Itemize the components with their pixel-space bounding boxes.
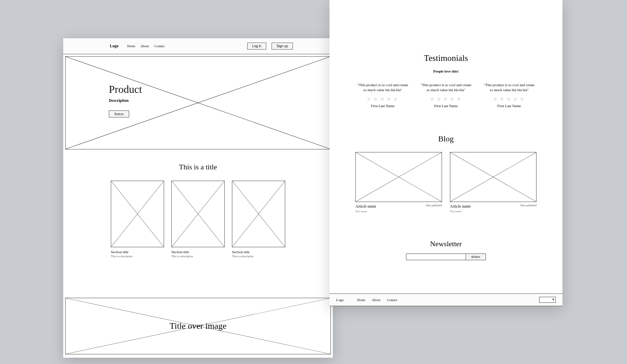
- hero-image-placeholder: Product Description Button: [65, 56, 331, 149]
- features-section: This is a title Section title This is a …: [63, 149, 333, 274]
- nav-link-contact[interactable]: Contact: [154, 44, 164, 48]
- feature-card: Section title This is a description: [232, 181, 285, 258]
- card-description: This is a description: [232, 255, 285, 258]
- hero-button[interactable]: Button: [109, 110, 129, 117]
- footer-dropdown[interactable]: [539, 297, 556, 303]
- testimonial-item: "This product is so cool and create so m…: [356, 83, 409, 108]
- wireframe-page-1: Logo Home About Contact Log in Sign up P…: [63, 38, 333, 358]
- testimonial-quote: "This product is so cool and create so m…: [483, 83, 536, 93]
- testimonial-quote: "This product is so cool and create so m…: [419, 83, 473, 93]
- text-teaser: Text teaser: [355, 210, 442, 213]
- article-name: Article name: [450, 204, 471, 209]
- footer-link-about[interactable]: About: [372, 298, 380, 302]
- blog-section: Blog Article name Date published Text te…: [329, 118, 562, 223]
- image-placeholder: [232, 181, 285, 247]
- nav-link-about[interactable]: About: [140, 44, 149, 48]
- feature-card: Section title This is a description: [111, 181, 164, 258]
- section-title: This is a title: [110, 163, 286, 171]
- testimonial-item: "This product is so cool and create so m…: [419, 83, 473, 108]
- card-title: Section title: [111, 250, 164, 254]
- card-description: This is a description: [111, 255, 164, 258]
- logo: Logo: [110, 44, 118, 49]
- signup-button[interactable]: Sign up: [272, 43, 293, 50]
- image-placeholder: [171, 181, 225, 247]
- login-button[interactable]: Log in: [247, 43, 266, 50]
- banner-image-placeholder: Title over image: [65, 298, 331, 354]
- card-title: Section title: [232, 250, 285, 254]
- image-placeholder: [355, 152, 442, 202]
- blog-title: Blog: [339, 134, 552, 143]
- card-title: Section title: [171, 250, 225, 254]
- footer-link-home[interactable]: Home: [357, 298, 365, 302]
- footer: Logo Home About Contact: [329, 293, 562, 306]
- footer-logo: Logo: [336, 298, 344, 302]
- feature-card: Section title This is a description: [171, 181, 225, 258]
- footer-link-contact[interactable]: Contact: [387, 298, 397, 302]
- newsletter-input[interactable]: [406, 254, 466, 260]
- date-published: Date published: [426, 204, 442, 209]
- testimonial-name: First Last Name: [356, 104, 409, 108]
- testimonial-name: First Last Name: [419, 104, 473, 108]
- blog-item[interactable]: Article name Date published Text teaser: [355, 152, 442, 213]
- star-rating-icon: ☆ ☆ ☆ ☆ ☆: [419, 97, 473, 102]
- hero-title: Product: [109, 83, 142, 95]
- top-nav: Logo Home About Contact Log in Sign up: [63, 38, 333, 54]
- banner-title: Title over image: [66, 298, 330, 354]
- date-published: Date published: [521, 204, 536, 209]
- nav-link-home[interactable]: Home: [127, 44, 135, 48]
- text-teaser: Text teaser: [450, 210, 536, 213]
- testimonials-title: Testimonials: [339, 53, 552, 63]
- wireframe-page-2: Testimonials People love this! "This pro…: [329, 0, 562, 306]
- testimonial-item: "This product is so cool and create so m…: [483, 83, 536, 108]
- star-rating-icon: ☆ ☆ ☆ ☆ ☆: [483, 97, 536, 102]
- image-placeholder: [450, 152, 536, 202]
- newsletter-button[interactable]: Button: [466, 254, 486, 260]
- newsletter-section: Newsletter Button: [329, 223, 562, 287]
- image-placeholder: [111, 181, 164, 247]
- card-description: This is a description: [171, 255, 225, 258]
- star-rating-icon: ☆ ☆ ☆ ☆ ☆: [356, 97, 409, 102]
- hero-description: Description: [109, 98, 142, 103]
- testimonials-subtitle: People love this!: [339, 69, 552, 73]
- article-name: Article name: [355, 204, 376, 209]
- newsletter-title: Newsletter: [339, 240, 552, 248]
- blog-item[interactable]: Article name Date published Text teaser: [450, 152, 536, 213]
- testimonials-section: Testimonials People love this! "This pro…: [329, 0, 562, 118]
- testimonial-name: First Last Name: [483, 104, 536, 108]
- testimonial-quote: "This product is so cool and create so m…: [356, 83, 409, 93]
